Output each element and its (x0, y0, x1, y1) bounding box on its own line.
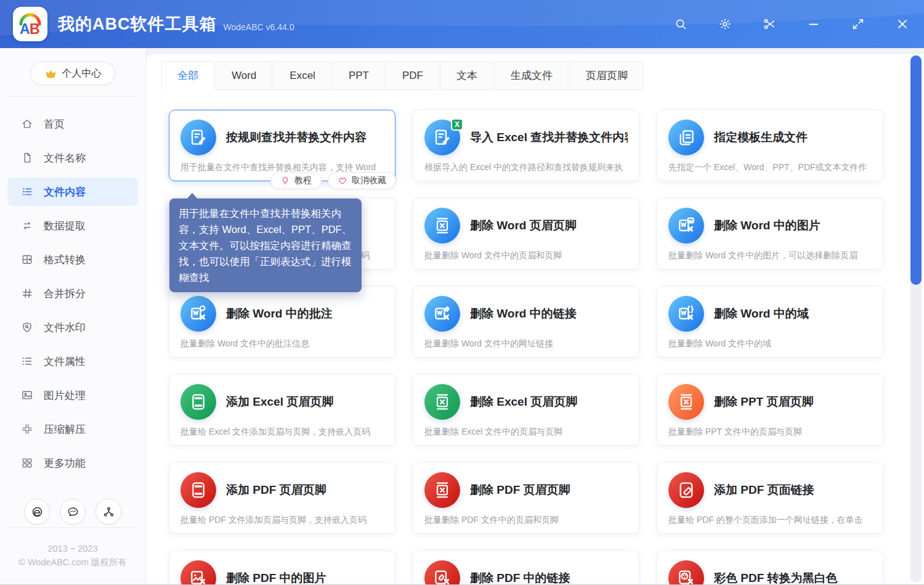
wfieldx-icon (676, 304, 696, 324)
card-head: 删除 PDF 页眉页脚 (424, 472, 628, 508)
sidebar-item-file[interactable]: 文件名称 (7, 144, 138, 172)
hfx-icon (432, 216, 452, 235)
tool-card[interactable]: 彩色 PDF 转换为黑白色 (657, 550, 883, 585)
card-actions: 教程取消收藏 (270, 172, 396, 189)
card-head: 删除 Word 中的链接 (424, 296, 628, 332)
props-icon (21, 355, 33, 367)
card-icon (180, 472, 216, 508)
scrollbar-thumb[interactable] (910, 55, 922, 285)
feedback-button[interactable] (60, 499, 86, 525)
unfavorite-button[interactable]: 取消收藏 (328, 172, 396, 189)
card-head: 删除 Excel 页眉页脚 (424, 384, 628, 420)
sidebar-divider-bottom (7, 527, 138, 528)
tab-3[interactable]: PPT (333, 61, 385, 90)
sidebar-item-home[interactable]: 首页 (7, 110, 138, 138)
sidebar-item-content[interactable]: 文件内容 (7, 178, 138, 206)
sidebar-item-watermark[interactable]: 文件水印 (7, 313, 138, 342)
linkx-icon (432, 568, 452, 585)
image-icon (21, 389, 33, 401)
card-head: 删除 Word 页眉页脚 (424, 208, 628, 243)
card-head: 彩色 PDF 转换为黑白色 (668, 560, 872, 585)
tutorial-button[interactable]: 教程 (270, 172, 322, 189)
browser-button[interactable] (24, 499, 50, 525)
card-title: 删除 Word 中的域 (714, 306, 809, 322)
sidebar-item-convert[interactable]: 格式转换 (7, 245, 138, 274)
card-icon (668, 472, 704, 508)
tab-0[interactable]: 全部 (161, 61, 214, 90)
sidebar-item-compress[interactable]: 压缩解压 (7, 415, 138, 443)
share-button[interactable] (95, 499, 121, 525)
card-icon (424, 472, 460, 508)
sidebar-item-merge[interactable]: 合并拆分 (7, 279, 138, 308)
tab-label: 全部 (177, 70, 198, 81)
maximize-button[interactable] (850, 16, 866, 32)
titlebar-actions (673, 0, 910, 48)
sidebar-item-more[interactable]: 更多功能 (7, 449, 138, 477)
tab-2[interactable]: Excel (274, 61, 331, 90)
minimize-button[interactable] (806, 16, 822, 32)
sidebar-divider (7, 96, 138, 97)
tool-card[interactable]: 删除 PPT 页眉页脚批量删除 PPT 文件中的页眉与页脚 (657, 374, 883, 446)
hfx-icon (676, 392, 696, 412)
wimgx-icon (676, 216, 696, 235)
tool-card[interactable]: 删除 Word 中的批注批量删除 Word 文件中的批注信息 (169, 286, 395, 358)
tool-card[interactable]: 删除 PDF 页眉页脚批量删除 PDF 文件中的页眉和页脚 (413, 462, 639, 534)
tool-card[interactable]: 删除 PDF 中的图片 (169, 550, 395, 585)
scrollbar[interactable] (910, 54, 922, 583)
screenshot-button[interactable] (761, 16, 777, 32)
tab-7[interactable]: 页眉页脚 (570, 61, 644, 90)
tool-card[interactable]: 指定模板生成文件先指定一个 Excel、Word、PPT、PDF或文本文件作 (657, 110, 883, 181)
tool-card[interactable]: 删除 Word 中的域批量删除 Word 文件中的域 (657, 286, 883, 358)
hfx-icon (432, 480, 452, 500)
card-title: 删除 Excel 页眉页脚 (470, 394, 577, 410)
maximize-icon (851, 17, 865, 31)
tab-label: 生成文件 (511, 70, 553, 81)
tool-card[interactable]: 删除 Excel 页眉页脚批量删除 Excel 文件中的页眉与页脚 (413, 374, 639, 446)
tool-card[interactable]: 添加 PDF 页面链接批量给 PDF 的整个页面添加一个网址链接，在单击 (657, 462, 883, 534)
svg-text:B: B (30, 21, 40, 37)
sidebar-item-label: 数据提取 (44, 219, 86, 233)
card-description: 批量给 Excel 文件添加页眉与页脚，支持嵌入页码 (180, 427, 384, 438)
tool-card[interactable]: 按规则查找并替换文件内容用于批量在文件中查找并替换相关内容，支持 Word教程取… (169, 110, 395, 181)
tool-card[interactable]: 添加 Excel 页眉页脚批量给 Excel 文件添加页眉与页脚，支持嵌入页码 (169, 374, 395, 446)
tool-card[interactable]: 删除 Word 页眉页脚批量删除 Word 文件中的页眉和页脚 (413, 198, 639, 269)
sidebar-item-extract[interactable]: 数据提取 (7, 211, 138, 240)
hfadd-icon (188, 480, 208, 500)
close-button[interactable] (894, 16, 910, 32)
docpen-icon (432, 128, 452, 147)
app-logo: A B (13, 7, 47, 41)
settings-button[interactable] (717, 16, 733, 32)
sidebar-social (0, 499, 145, 525)
card-title: 彩色 PDF 转换为黑白色 (714, 570, 838, 585)
tab-4[interactable]: PDF (386, 61, 439, 90)
personal-center-button[interactable]: 个人中心 (30, 62, 115, 85)
hfx-icon (432, 392, 452, 412)
tool-card[interactable]: 添加 PDF 页眉页脚批量给 PDF 文件添加页眉与页脚，支持嵌入页码 (169, 462, 395, 534)
tab-6[interactable]: 生成文件 (495, 61, 569, 90)
wlinkx-icon (432, 304, 452, 324)
sidebar-item-label: 更多功能 (44, 456, 86, 470)
minimize-icon (807, 17, 821, 31)
sidebar-item-image[interactable]: 图片处理 (7, 381, 138, 409)
tool-card[interactable]: X导入 Excel 查找并替换文件内容根据导入的 Excel 中的文件路径和查找… (413, 110, 639, 181)
search-button[interactable] (673, 16, 689, 32)
card-head: 删除 PDF 中的链接 (424, 560, 628, 585)
card-icon (180, 296, 216, 332)
card-title: 删除 Word 页眉页脚 (470, 218, 577, 234)
card-description: 批量删除 Word 文件中的图片，可以选择删除页眉 (668, 250, 872, 261)
tab-1[interactable]: Word (216, 61, 272, 90)
tooltip-text: 用于批量在文件中查找并替换相关内容，支持 Word、Excel、PPT、PDF、… (179, 208, 352, 283)
card-icon (668, 296, 704, 332)
tab-5[interactable]: 文本 (440, 61, 493, 90)
tool-card[interactable]: 删除 Word 中的链接批量删除 Word 文件中的网址链接 (413, 286, 639, 358)
tool-card[interactable]: 删除 Word 中的图片批量删除 Word 文件中的图片，可以选择删除页眉 (657, 198, 883, 269)
file-icon (21, 152, 33, 164)
card-description: 批量删除 Word 文件中的批注信息 (180, 338, 384, 350)
sidebar-menu: 首页文件名称文件内容数据提取格式转换合并拆分文件水印文件属性图片处理压缩解压更多… (0, 110, 145, 477)
card-description: 批量删除 Word 文件中的域 (668, 338, 872, 350)
chat-icon (67, 505, 79, 518)
tool-card[interactable]: 删除 PDF 中的链接 (413, 550, 639, 585)
card-head: 删除 PPT 页眉页脚 (668, 384, 872, 420)
tab-label: Word (232, 70, 256, 81)
sidebar-item-props[interactable]: 文件属性 (7, 347, 138, 375)
